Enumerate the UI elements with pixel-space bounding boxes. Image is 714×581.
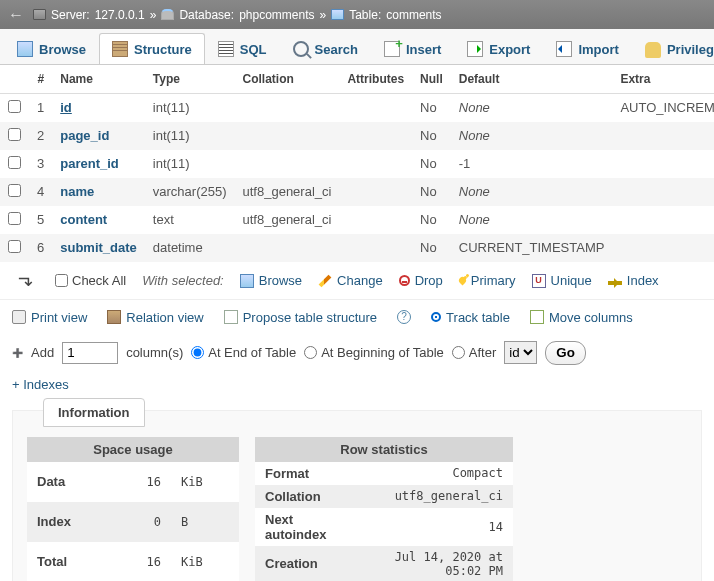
col-num: # [29,65,52,93]
action-primary[interactable]: Primary [459,273,516,288]
action-index[interactable]: Index [608,273,659,288]
relation-view[interactable]: Relation view [107,310,203,325]
tab-browse[interactable]: Browse [4,33,99,64]
row-checkbox[interactable] [8,128,21,141]
column-name-link[interactable]: name [60,184,94,199]
bulk-action-bar: ↳ Check All With selected: Browse Change… [0,262,714,300]
add-icon: ➕ [12,348,23,358]
cell-collation [235,122,340,150]
row-checkbox[interactable] [8,212,21,225]
cell-num: 5 [29,206,52,234]
columns-label: column(s) [126,345,183,360]
help-icon[interactable]: ? [397,310,411,324]
track-table[interactable]: Track table [431,310,510,325]
cell-null: No [412,150,451,178]
db-link[interactable]: phpcomments [239,8,314,22]
row-statistics-table: Row statistics FormatCompactCollationutf… [255,437,513,582]
back-icon[interactable]: ← [8,6,24,24]
tb-label: Table: [349,8,381,22]
cell-attr [339,122,412,150]
table-icon [331,9,344,20]
add-count-input[interactable] [62,342,118,364]
move-columns[interactable]: Move columns [530,310,633,325]
table-row: 2page_idint(11)NoNone [0,122,714,150]
indexes-toggle[interactable]: + Indexes [12,377,69,392]
tab-bar: Browse Structure SQL Search Insert Expor… [0,29,714,65]
tab-import[interactable]: Import [543,33,631,64]
cell-num: 3 [29,150,52,178]
stat-label: Creation [255,546,352,582]
after-column-select[interactable]: id [504,341,537,364]
col-null: Null [412,65,451,93]
propose-icon [224,310,238,324]
table-row: 6submit_datedatetimeNoCURRENT_TIMESTAMP [0,234,714,262]
row-checkbox[interactable] [8,156,21,169]
column-name-link[interactable]: parent_id [60,156,119,171]
pos-end-radio[interactable] [191,346,204,359]
print-icon [12,310,26,324]
cell-attr [339,234,412,262]
cell-type: int(11) [145,150,235,178]
pos-after-radio[interactable] [452,346,465,359]
pos-beginning[interactable]: At Beginning of Table [304,345,444,360]
tab-export[interactable]: Export [454,33,543,64]
stat-unit: KiB [171,462,239,502]
browse-icon [240,274,254,288]
cell-default: -1 [451,150,613,178]
sep: » [320,8,327,22]
column-name-link[interactable]: page_id [60,128,109,143]
col-collation: Collation [235,65,340,93]
pos-end[interactable]: At End of Table [191,345,296,360]
column-name-link[interactable]: id [60,100,72,115]
stat-val: Compact [352,462,513,485]
sql-icon [218,41,234,57]
key-icon [457,276,467,286]
tab-insert[interactable]: Insert [371,33,454,64]
action-drop[interactable]: Drop [399,273,443,288]
pos-beg-radio[interactable] [304,346,317,359]
check-all-box[interactable] [55,274,68,287]
col-attributes: Attributes [339,65,412,93]
tab-privileges[interactable]: Privilege [632,33,714,64]
breadcrumb: ← Server: 127.0.0.1 » Database: phpcomme… [0,0,714,29]
tb-link[interactable]: comments [386,8,441,22]
tab-sql[interactable]: SQL [205,33,280,64]
stat-val: 0 [115,502,171,542]
server-link[interactable]: 127.0.0.1 [95,8,145,22]
move-icon [530,310,544,324]
col-default: Default [451,65,613,93]
action-browse[interactable]: Browse [240,273,302,288]
cell-type: int(11) [145,122,235,150]
tab-search[interactable]: Search [280,33,371,64]
tab-structure[interactable]: Structure [99,33,205,64]
space-usage-caption: Space usage [27,437,239,462]
row-checkbox[interactable] [8,100,21,113]
cell-collation [235,150,340,178]
go-button[interactable]: Go [545,341,586,365]
cell-type: int(11) [145,93,235,122]
server-label: Server: [51,8,90,22]
row-checkbox[interactable] [8,184,21,197]
action-change[interactable]: Change [318,273,383,288]
stat-unit: B [171,502,239,542]
check-all[interactable]: Check All [55,273,126,288]
action-unique[interactable]: UUnique [532,273,592,288]
server-icon [33,9,46,20]
unique-icon: U [532,274,546,288]
cell-extra [612,122,714,150]
pos-after[interactable]: After [452,345,496,360]
row-checkbox[interactable] [8,240,21,253]
cell-num: 4 [29,178,52,206]
browse-icon [17,41,33,57]
table-row: 5contenttextutf8_general_ciNoNone [0,206,714,234]
column-name-link[interactable]: submit_date [60,240,137,255]
stat-label: Collation [255,485,352,508]
insert-icon [384,41,400,57]
column-name-link[interactable]: content [60,212,107,227]
cell-default: CURRENT_TIMESTAMP [451,234,613,262]
print-view[interactable]: Print view [12,310,87,325]
propose-structure[interactable]: Propose table structure [224,310,377,325]
pencil-icon [319,274,332,287]
cell-default: None [451,178,613,206]
cell-extra [612,206,714,234]
